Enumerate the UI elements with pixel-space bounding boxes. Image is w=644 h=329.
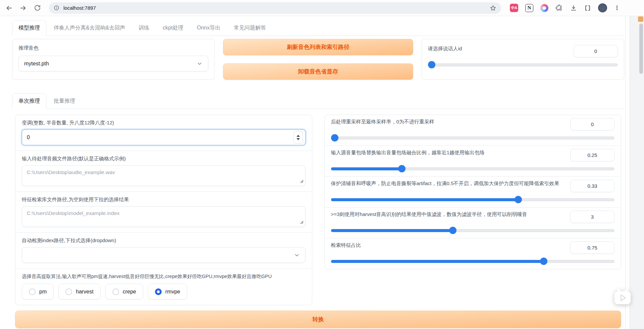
protect-label: 保护清辅音和呼吸声，防止电音撕裂等artifact，拉满0.5不开启，调低加大保…: [331, 180, 571, 187]
spinner-down-icon[interactable]: [297, 138, 300, 140]
extensions-area: 中A N ⋮: [510, 3, 622, 12]
index-rate-value[interactable]: 0.75: [570, 241, 614, 254]
speaker-id-slider[interactable]: [428, 61, 618, 69]
subtab-batch-inference[interactable]: 批量推理: [48, 94, 81, 109]
tab-vocal-separation[interactable]: 伴奏人声分离&去混响&去回声: [48, 20, 131, 36]
index-dropdown-group: 自动检测index路径,下拉式选择(dropdown): [15, 232, 312, 268]
left-form: 变调(整数, 半音数量, 升八度12降八度-12) 0 输入待处理音频文件路径(…: [15, 115, 312, 305]
radio-icon[interactable]: [112, 288, 119, 295]
f0-method-label: 选择音高提取算法,输入歌声可用pm提速,harvest低音好但巨慢无比,crep…: [22, 273, 306, 280]
bookmark-star-icon[interactable]: [490, 5, 496, 11]
page-info-icon[interactable]: [54, 5, 59, 11]
audio-path-input[interactable]: C:\Users\Desktop\audio_example.wav: [22, 165, 306, 186]
page: 模型推理 伴奏人声分离&去混响&去回声 训练 ckpt处理 Onnx导出 常见问…: [0, 16, 644, 329]
slider-thumb[interactable]: [540, 258, 547, 265]
resize-handle-icon[interactable]: [300, 178, 304, 184]
radio-rmvpe[interactable]: rmvpe: [148, 284, 187, 299]
envelope-value[interactable]: 0.25: [570, 149, 614, 161]
subtab-single-inference[interactable]: 单次推理: [12, 93, 46, 109]
single-inference-columns: 变调(整数, 半音数量, 升八度12降八度-12) 0 输入待处理音频文件路径(…: [15, 115, 621, 305]
back-icon[interactable]: [5, 4, 13, 12]
protect-value[interactable]: 0.33: [570, 180, 614, 192]
index-rate-label: 检索特征占比: [331, 241, 571, 249]
voice-dropdown[interactable]: mytest.pth: [18, 56, 208, 71]
scrollbar-thumb[interactable]: [639, 23, 643, 74]
url-text[interactable]: localhost:7897: [63, 5, 96, 11]
transpose-label: 变调(整数, 半音数量, 升八度12降八度-12): [22, 120, 306, 126]
slider-thumb[interactable]: [428, 61, 435, 68]
slider-thumb[interactable]: [331, 134, 338, 142]
scrollbar-rail[interactable]: [630, 16, 644, 329]
browser-menu-icon[interactable]: ⋮: [614, 4, 620, 11]
radio-harvest-label: harvest: [76, 289, 93, 295]
radio-pm[interactable]: pm: [22, 284, 54, 299]
index-dropdown-label: 自动检测index路径,下拉式选择(dropdown): [22, 237, 306, 244]
index-dropdown[interactable]: [22, 247, 306, 263]
tab-ckpt[interactable]: ckpt处理: [157, 20, 189, 36]
tab-model-inference[interactable]: 模型推理: [12, 20, 46, 36]
median-filter-label: >=3则使用对harvest音高识别的结果使用中值滤波，数值为滤波半径，使用可以…: [331, 211, 571, 218]
radio-icon[interactable]: [29, 288, 36, 295]
radio-pm-label: pm: [39, 289, 47, 295]
voice-label: 推理音色: [18, 45, 208, 51]
convert-button[interactable]: 转换: [15, 311, 621, 328]
slider-thumb[interactable]: [449, 227, 457, 234]
protect-slider-group: 保护清辅音和呼吸声，防止电音撕裂等artifact，拉满0.5不开启，调低加大保…: [325, 176, 621, 207]
envelope-label: 输入源音量包络替换输出音量包络融合比例，越靠近1越使用输出包络: [331, 149, 571, 156]
profile-avatar[interactable]: [598, 3, 607, 12]
downloads-icon[interactable]: [570, 4, 577, 12]
forward-icon[interactable]: [19, 4, 27, 12]
bilibili-watermark-icon: [612, 287, 633, 307]
extensions-puzzle-icon[interactable]: [555, 4, 563, 12]
address-bar[interactable]: localhost:7897: [49, 2, 501, 14]
refresh-voice-list-button[interactable]: 刷新音色列表和索引路径: [223, 39, 413, 55]
notion-extension-icon[interactable]: N: [525, 4, 533, 12]
radio-icon[interactable]: [155, 288, 162, 295]
main-tabbar: 模型推理 伴奏人声分离&去混响&去回声 训练 ckpt处理 Onnx导出 常见问…: [12, 20, 624, 36]
transpose-input[interactable]: 0: [22, 129, 306, 145]
transpose-value: 0: [27, 134, 30, 141]
translate-extension-icon[interactable]: 中A: [510, 4, 518, 12]
app-container: 模型推理 伴奏人声分离&去混响&去回声 训练 ckpt处理 Onnx导出 常见问…: [0, 16, 626, 329]
median-filter-slider[interactable]: [331, 226, 615, 234]
resize-handle-icon[interactable]: [300, 219, 304, 225]
right-form: 后处理重采样至最终采样率，0为不进行重采样 0 输入源音量包络替换输出音量包络融…: [324, 115, 622, 269]
chevron-down-icon: [294, 252, 300, 258]
resample-slider-group: 后处理重采样至最终采样率，0为不进行重采样 0: [325, 115, 621, 146]
median-filter-value[interactable]: 3: [570, 211, 614, 223]
f0-method-group: 选择音高提取算法,输入歌声可用pm提速,harvest低音好但巨慢无比,crep…: [15, 268, 312, 305]
speaker-id-label: 请选择说话人id: [428, 45, 574, 52]
unload-voice-button[interactable]: 卸载音色省显存: [223, 63, 413, 80]
inference-subtabs: 单次推理 批量推理: [12, 93, 624, 109]
envelope-slider[interactable]: [331, 165, 615, 173]
number-spinner[interactable]: [293, 131, 303, 144]
radio-harvest[interactable]: harvest: [58, 284, 100, 299]
index-rate-slider[interactable]: [331, 257, 615, 265]
radio-icon[interactable]: [65, 288, 72, 295]
tab-faq[interactable]: 常见问题解答: [228, 20, 272, 36]
model-header-row: 推理音色 mytest.pth 刷新音色列表和索引路径 卸载音色省显存 请选择说…: [12, 39, 624, 80]
slider-thumb[interactable]: [515, 196, 522, 203]
spinner-up-icon[interactable]: [297, 135, 300, 137]
resample-slider[interactable]: [331, 134, 615, 142]
audio-path-placeholder: C:\Users\Desktop\audio_example.wav: [27, 169, 115, 175]
radio-crepe[interactable]: crepe: [105, 284, 143, 299]
audio-path-label: 输入待处理音频文件路径(默认是正确格式示例): [22, 156, 306, 162]
tab-train[interactable]: 训练: [132, 20, 155, 36]
speaker-id-value[interactable]: 0: [574, 45, 618, 57]
protect-slider[interactable]: [331, 196, 615, 204]
voice-actions: 刷新音色列表和索引路径 卸载音色省显存: [223, 39, 413, 80]
audio-path-group: 输入待处理音频文件路径(默认是正确格式示例) C:\Users\Desktop\…: [15, 151, 312, 191]
speaker-id-panel: 请选择说话人id 0: [422, 39, 624, 80]
f0-method-radio-group: pm harvest crepe rmvpe: [22, 284, 306, 299]
slider-thumb[interactable]: [398, 165, 406, 172]
index-rate-slider-group: 检索特征占比 0.75: [325, 238, 621, 269]
reload-icon[interactable]: [34, 4, 41, 12]
transpose-group: 变调(整数, 半音数量, 升八度12降八度-12) 0: [15, 115, 312, 151]
ai-extension-icon[interactable]: [540, 4, 548, 12]
resample-value[interactable]: 0: [570, 118, 614, 130]
split-screen-icon[interactable]: [584, 5, 591, 11]
scroll-marker[interactable]: [638, 16, 643, 22]
tab-onnx-export[interactable]: Onnx导出: [191, 20, 226, 36]
feature-path-input[interactable]: C:\Users\Desktop\model_example.index: [22, 206, 306, 227]
